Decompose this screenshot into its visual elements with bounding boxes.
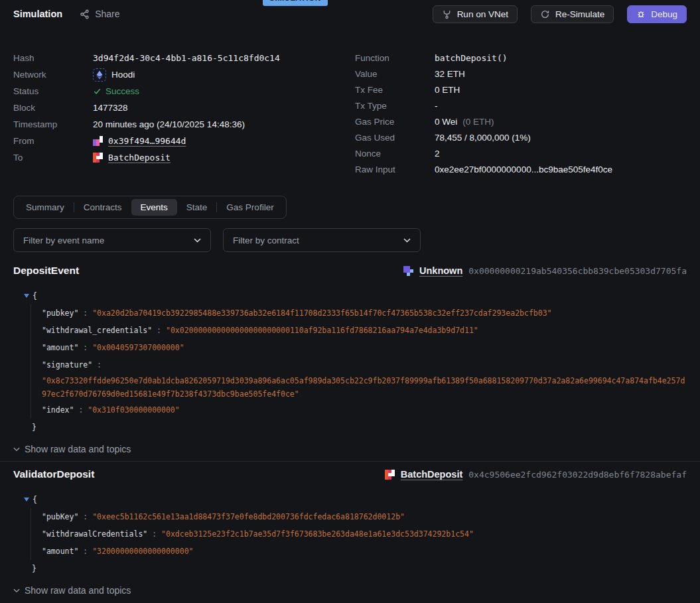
event-header: ValidatorDeposit BatchDeposit 0x4c9506ee…	[13, 468, 687, 480]
json-colon: :	[147, 529, 161, 539]
show-raw-label: Show raw data and topics	[25, 444, 131, 454]
json-brace: {	[33, 491, 37, 508]
to-contract-link[interactable]: BatchDeposit	[108, 153, 171, 163]
gas-price-row: Gas Price 0 Wei (0 ETH)	[355, 113, 687, 129]
nonce-value: 2	[435, 149, 440, 159]
nonce-label: Nonce	[355, 149, 435, 159]
contract-address: 0x4c9506ee2fcd962f03022d9d8ebf6f7828abef…	[468, 470, 687, 480]
block-row: Block 1477328	[13, 100, 355, 116]
from-identicon	[93, 136, 103, 146]
event-block-validator-deposit: ValidatorDeposit BatchDeposit 0x4c9506ee…	[0, 468, 700, 577]
json-value: "0x020000000000000000000000110af92ba116f…	[166, 326, 478, 335]
json-key: "index"	[42, 405, 74, 415]
tab-contracts[interactable]: Contracts	[74, 199, 131, 216]
json-key: "amount"	[42, 547, 78, 556]
status-row: Status Success	[13, 83, 355, 100]
tx-type-label: Tx Type	[355, 101, 435, 111]
details-right-column: Function batchDeposit() Value 32 ETH Tx …	[355, 50, 687, 177]
json-field-index: "index" : "0x310f030000000000"	[42, 401, 687, 419]
value-value: 32 ETH	[435, 69, 465, 79]
hash-label: Hash	[13, 53, 93, 63]
check-icon	[93, 87, 102, 96]
nonce-row: Nonce 2	[355, 145, 687, 161]
value-row: Value 32 ETH	[355, 66, 687, 82]
hash-value: 3d94f2d4-30c4-4bb1-a816-5c11c8fd0c14	[93, 53, 280, 63]
contract-link[interactable]: Unknown	[419, 265, 462, 276]
timestamp-row: Timestamp 20 minutes ago (24/10/2025 14:…	[13, 116, 355, 133]
json-colon: :	[78, 343, 92, 352]
json-colon: :	[92, 360, 102, 369]
json-key: "withdrawalCredentials"	[42, 529, 147, 539]
event-json-viewer: { "pubKey" : "0xeec5b1162c561e13aa1d8847…	[24, 491, 687, 577]
to-value: BatchDeposit	[93, 153, 171, 163]
filter-by-event-name-select[interactable]: Filter by event name	[13, 228, 211, 252]
json-value: "0xa20d2ba70419cb3922985488e339736ab32e6…	[92, 308, 551, 318]
json-field-pubkey: "pubkey" : "0xa20d2ba70419cb3922985488e3…	[42, 304, 687, 322]
json-key: "withdrawal_credentials"	[42, 326, 152, 335]
event-header: DepositEvent Unknown 0x00000000219ab5403…	[13, 265, 687, 277]
gas-used-label: Gas Used	[355, 133, 435, 143]
tx-type-row: Tx Type -	[355, 98, 687, 113]
filter-by-contract-select[interactable]: Filter by contract	[223, 228, 421, 252]
debug-label: Debug	[651, 9, 677, 19]
gas-price-label: Gas Price	[355, 117, 435, 127]
function-label: Function	[355, 53, 435, 63]
status-text: Success	[105, 86, 139, 96]
top-bar: Simulation Share SIMULATION Run on VNet	[0, 0, 700, 28]
contract-link[interactable]: BatchDeposit	[401, 469, 462, 480]
header-actions: Run on VNet Re-Simulate Debug	[433, 5, 687, 23]
run-on-vnet-button[interactable]: Run on VNet	[433, 5, 518, 23]
collapse-triangle-icon[interactable]	[24, 498, 29, 502]
unknown-contract-identicon	[403, 266, 413, 276]
network-value: Hoodi	[93, 68, 135, 82]
share-icon	[80, 9, 90, 19]
tab-events[interactable]: Events	[131, 199, 177, 216]
share-button[interactable]: Share	[80, 9, 119, 19]
function-value: batchDeposit()	[435, 53, 508, 63]
chevron-down-icon	[403, 238, 411, 243]
json-key: "pubKey"	[42, 512, 78, 521]
raw-input-value[interactable]: 0xe2ee27bf0000000000...bc9bae505fe4f0ce	[435, 165, 612, 174]
show-raw-data-toggle[interactable]: Show raw data and topics	[13, 585, 700, 596]
json-field-pubkey: "pubKey" : "0xeec5b1162c561e13aa1d88473f…	[42, 508, 687, 525]
raw-input-label: Raw Input	[355, 165, 435, 174]
json-open-line: {	[24, 287, 687, 304]
tx-fee-value: 0 ETH	[435, 85, 460, 95]
tab-gas-profiler[interactable]: Gas Profiler	[217, 199, 283, 216]
json-value: "0xdceb3125e23f2c1b7ae35d7f3f673683be263…	[161, 529, 474, 539]
status-label: Status	[13, 86, 93, 96]
json-colon: :	[78, 308, 92, 318]
details-left-column: Hash 3d94f2d4-30c4-4bb1-a816-5c11c8fd0c1…	[13, 50, 355, 177]
tx-type-value: -	[435, 101, 438, 111]
event-name: ValidatorDeposit	[13, 468, 94, 480]
tab-state[interactable]: State	[177, 199, 217, 216]
show-raw-label: Show raw data and topics	[25, 585, 131, 596]
simulation-badge: SIMULATION	[263, 0, 328, 6]
debug-button[interactable]: Debug	[627, 5, 687, 23]
collapse-triangle-icon[interactable]	[24, 294, 29, 298]
json-field-withdrawal-credentials: "withdrawal_credentials" : "0x0200000000…	[42, 322, 687, 339]
result-tabs: Summary Contracts Events State Gas Profi…	[13, 196, 287, 219]
gas-used-value: 78,455 / 8,000,000 (1%)	[435, 133, 531, 143]
value-label: Value	[355, 69, 435, 79]
json-colon: :	[152, 326, 166, 335]
json-field-signature-value: "0x8c73320ffdde96250e7d0ab1dcba826205971…	[42, 373, 687, 401]
gas-price-eth-equivalent: (0 ETH)	[462, 117, 494, 127]
from-address-link[interactable]: 0x39f494…99644d	[108, 136, 186, 146]
event-contract-ref: BatchDeposit 0x4c9506ee2fcd962f03022d9d8…	[385, 469, 687, 480]
json-key: "signature"	[42, 360, 92, 369]
show-raw-data-toggle[interactable]: Show raw data and topics	[13, 444, 700, 454]
fork-icon	[442, 9, 452, 19]
tab-summary[interactable]: Summary	[17, 199, 74, 216]
event-block-deposit-event: DepositEvent Unknown 0x00000000219ab5403…	[0, 265, 700, 436]
json-colon: :	[78, 547, 92, 556]
json-key: "pubkey"	[42, 308, 78, 318]
batch-deposit-identicon	[385, 470, 395, 480]
re-simulate-button[interactable]: Re-Simulate	[531, 5, 614, 23]
chevron-down-icon	[194, 238, 201, 243]
to-identicon	[93, 153, 103, 163]
block-label: Block	[13, 103, 93, 113]
json-value: "0x310f030000000000"	[88, 405, 179, 415]
raw-input-row: Raw Input 0xe2ee27bf0000000000...bc9bae5…	[355, 161, 687, 177]
json-key: "amount"	[42, 343, 78, 352]
